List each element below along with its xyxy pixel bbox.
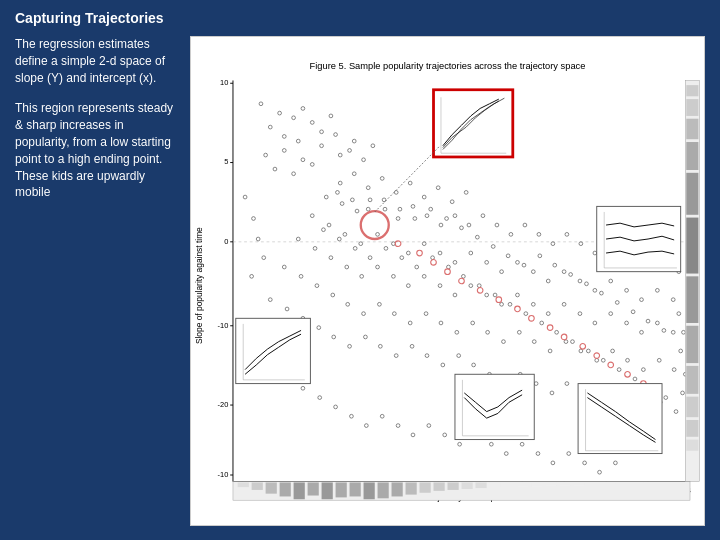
svg-text:5: 5 [224,157,228,166]
svg-rect-329 [686,454,698,461]
svg-rect-325 [686,366,698,394]
paragraph-1: The regression estimates define a simple… [15,36,180,86]
bottom-histogram [233,482,690,501]
svg-text:0: 0 [224,237,228,246]
svg-rect-353 [531,482,542,486]
svg-rect-332 [238,482,249,487]
svg-rect-349 [475,482,486,488]
svg-rect-363 [671,482,682,483]
svg-rect-338 [322,482,333,499]
slide-container: Capturing Trajectories The regression es… [0,0,720,540]
chart-area: Figure 5. Sample popularity trajectories… [190,36,705,526]
svg-rect-346 [434,482,445,490]
svg-rect-317 [686,85,698,96]
svg-rect-320 [686,142,698,170]
svg-rect-328 [686,440,698,451]
svg-text:10: 10 [220,78,228,87]
svg-rect-344 [406,482,417,494]
svg-rect-347 [448,482,459,489]
svg-rect-352 [517,482,528,486]
svg-rect-312 [580,385,660,451]
svg-rect-361 [643,482,654,483]
svg-rect-348 [461,482,472,489]
svg-rect-356 [573,482,584,485]
svg-rect-360 [629,482,640,483]
svg-rect-333 [252,482,263,489]
svg-rect-343 [392,482,403,496]
chart-title: Figure 5. Sample popularity trajectories… [310,61,586,71]
svg-rect-337 [308,482,319,495]
svg-rect-330 [686,464,698,470]
svg-text:-10: -10 [218,321,229,330]
svg-rect-339 [336,482,347,497]
svg-rect-345 [420,482,431,492]
svg-rect-322 [686,218,698,274]
svg-rect-319 [686,119,698,140]
svg-rect-326 [686,397,698,418]
svg-rect-324 [686,326,698,363]
svg-rect-355 [559,482,570,485]
svg-text:-10: -10 [218,470,229,479]
svg-rect-335 [280,482,291,496]
svg-rect-358 [601,482,612,484]
paragraph-2: This region represents steady & sharp in… [15,100,180,201]
scatter-plot: Figure 5. Sample popularity trajectories… [191,37,704,525]
svg-rect-321 [686,173,698,215]
svg-rect-318 [686,99,698,116]
svg-rect-308 [457,376,533,438]
svg-rect-357 [587,482,598,484]
svg-rect-342 [378,482,389,498]
svg-rect-327 [686,420,698,437]
svg-rect-336 [294,482,305,499]
slide-title: Capturing Trajectories [15,10,705,26]
svg-rect-300 [599,208,679,270]
svg-rect-323 [686,276,698,323]
svg-rect-340 [350,482,361,496]
svg-rect-359 [615,482,626,484]
svg-text:-20: -20 [218,400,229,409]
content-area: The regression estimates define a simple… [15,36,705,526]
svg-rect-351 [503,482,514,487]
svg-rect-362 [657,482,668,483]
svg-rect-350 [489,482,500,487]
svg-rect-354 [545,482,556,485]
right-histogram [685,80,699,481]
svg-rect-341 [364,482,375,499]
y-axis-label: Slope of popularity against time [194,227,204,344]
left-panel: The regression estimates define a simple… [15,36,180,526]
svg-rect-334 [266,482,277,493]
